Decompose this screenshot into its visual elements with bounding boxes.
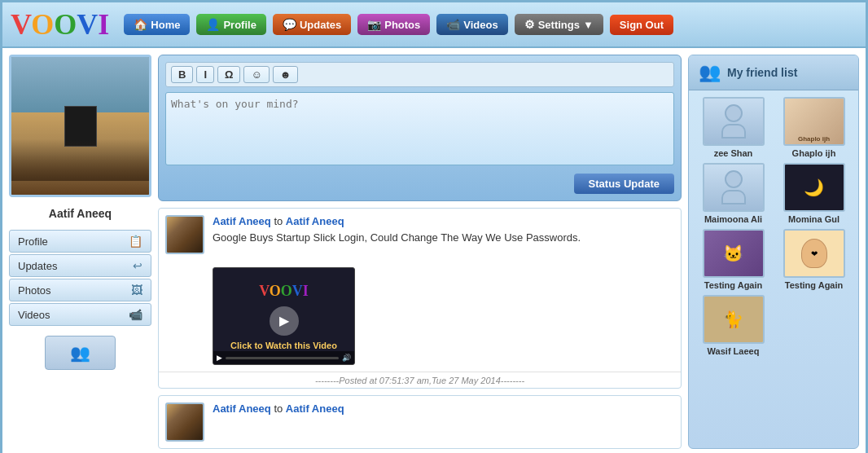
friend-avatar-subah: 🐱	[703, 229, 765, 278]
photos-nav-icon: 📷	[367, 18, 381, 31]
post-author-link[interactable]: Aatif Aneeq	[213, 215, 271, 227]
post-content: Aatif Aneeq to Aatif Aneeq	[213, 402, 674, 418]
videos-sidebar-icon: 📹	[129, 308, 142, 321]
friend-card-momina[interactable]: 🌙 Momina Gul	[776, 163, 852, 224]
nav-signout-label: Sign Out	[620, 19, 664, 31]
post-item: Aatif Aneeq to Aatif Aneeq Google Buys S…	[158, 208, 682, 389]
friend-avatar-ghaplo: Ghaplo ijh	[783, 97, 845, 146]
videos-sidebar-label: Videos	[18, 309, 50, 321]
post-recipient-link[interactable]: Aatif Aneeq	[286, 215, 344, 227]
friends-header: 👥 My friend list	[689, 55, 858, 90]
friend-name-wasif: Wasif Laeeq	[708, 346, 760, 356]
post-content: Aatif Aneeq to Aatif Aneeq Google Buys S…	[213, 215, 674, 245]
nav-updates-label: Updates	[300, 19, 341, 31]
updates-sidebar-icon: ↩	[133, 259, 142, 272]
sidebar-bottom: 👥	[9, 336, 151, 370]
friend-card-wasif[interactable]: 🐈 Wasif Laeeq	[695, 295, 771, 356]
smiley2-button[interactable]: ☻	[273, 66, 299, 83]
nav-home-label: Home	[151, 19, 180, 31]
profile-sidebar-icon: 📋	[129, 235, 142, 248]
video-thumbnail[interactable]: VOOVI ▶ Click to Watch this Video ▶ 🔊	[213, 267, 355, 365]
friends-title: My friend list	[727, 66, 797, 79]
post-timestamp: --------Posted at 07:51:37 am,Tue 27 May…	[159, 372, 681, 389]
updates-nav-icon: 💬	[283, 18, 296, 31]
settings-dropdown-icon: ▼	[583, 19, 594, 31]
profile-sidebar-label: Profile	[18, 235, 48, 248]
nav-videos-button[interactable]: 📹 Videos	[436, 14, 507, 35]
nav-updates-button[interactable]: 💬 Updates	[273, 14, 351, 35]
post-header: Aatif Aneeq to Aatif Aneeq	[159, 396, 681, 448]
photos-sidebar-icon: 🖼	[131, 284, 142, 297]
post-avatar[interactable]	[165, 215, 204, 254]
sidebar-menu: Profile 📋 Updates ↩ Photos 🖼 Videos 📹	[9, 230, 151, 326]
friend-name-zee-shan: zee Shan	[714, 148, 753, 158]
post-to-label: to	[274, 402, 285, 415]
nav-settings-button[interactable]: ⚙ Settings ▼	[515, 14, 603, 35]
home-icon: 🏠	[134, 18, 147, 31]
vc-play-icon[interactable]: ▶	[217, 354, 222, 362]
sidebar-item-updates[interactable]: Updates ↩	[9, 254, 151, 277]
post-to-label: to	[274, 215, 285, 227]
photos-sidebar-label: Photos	[18, 284, 50, 297]
friend-name-momina: Momina Gul	[788, 214, 840, 224]
status-update-button[interactable]: Status Update	[574, 174, 674, 194]
friends-icon: 👥	[699, 62, 721, 83]
friend-avatar-wasif: 🐈	[703, 295, 765, 344]
friend-name-ghaplo: Ghaplo ijh	[792, 148, 836, 158]
friend-card-maimoona[interactable]: Maimoona Ali	[695, 163, 771, 224]
post-item: Aatif Aneeq to Aatif Aneeq	[158, 395, 682, 449]
play-button-icon: ▶	[270, 306, 299, 336]
nav-profile-button[interactable]: 👤 Profile	[196, 14, 265, 35]
friend-card-ghaplo[interactable]: Ghaplo ijh Ghaplo ijh	[776, 97, 852, 158]
friend-avatar-maimoona	[703, 163, 765, 212]
nav-home-button[interactable]: 🏠 Home	[124, 14, 190, 35]
italic-button[interactable]: I	[196, 66, 214, 83]
video-watch-label: Click to Watch this Video	[230, 341, 337, 350]
sidebar: Aatif Aneeq Profile 📋 Updates ↩ Photos 🖼…	[9, 55, 151, 449]
friend-name-subah: Testing Again	[704, 280, 763, 290]
vc-speaker-icon[interactable]: 🔊	[342, 354, 351, 362]
updates-sidebar-label: Updates	[18, 260, 57, 272]
nav-videos-label: Videos	[463, 19, 498, 31]
friends-grid: zee Shan Ghaplo ijh Ghaplo ijh	[689, 90, 858, 363]
settings-nav-icon: ⚙	[524, 18, 535, 31]
post-avatar[interactable]	[165, 402, 204, 442]
status-box: B I Ω ☺ ☻ Status Update	[158, 55, 682, 201]
smiley1-button[interactable]: ☺	[243, 66, 269, 83]
friend-card-zee-shan[interactable]: zee Shan	[695, 97, 771, 158]
nav-settings-label: Settings	[538, 19, 580, 31]
friend-avatar-testing: ❤	[783, 229, 845, 278]
vc-progress-bar[interactable]	[226, 357, 339, 359]
friend-avatar-zee-shan	[703, 97, 765, 146]
username: Aatif Aneeq	[9, 204, 151, 223]
bold-button[interactable]: B	[171, 66, 193, 83]
friends-panel: 👥 My friend list zee Shan	[688, 55, 859, 449]
friend-card-subah[interactable]: 🐱 Testing Again	[695, 229, 771, 290]
profile-picture[interactable]	[9, 55, 151, 197]
video-logo: VOOVI	[259, 283, 309, 300]
friend-name-maimoona: Maimoona Ali	[704, 214, 762, 224]
post-title: Aatif Aneeq to Aatif Aneeq	[213, 402, 674, 415]
nav-signout-button[interactable]: Sign Out	[610, 15, 673, 35]
status-textarea[interactable]	[165, 92, 674, 165]
sidebar-item-videos[interactable]: Videos 📹	[9, 303, 151, 326]
profile-nav-icon: 👤	[206, 18, 220, 31]
videos-nav-icon: 📹	[446, 18, 460, 31]
main-content: Aatif Aneeq Profile 📋 Updates ↩ Photos 🖼…	[2, 48, 866, 453]
friend-card-testing[interactable]: ❤ Testing Again	[776, 229, 852, 290]
post-body: Google Buys Startup Slick Login, Could C…	[213, 231, 674, 245]
editor-toolbar: B I Ω ☺ ☻	[165, 62, 674, 87]
nav-photos-button[interactable]: 📷 Photos	[357, 14, 430, 35]
status-btn-row: Status Update	[165, 174, 674, 194]
logo: VOOVI	[11, 7, 109, 42]
sidebar-item-photos[interactable]: Photos 🖼	[9, 279, 151, 301]
video-controls: ▶ 🔊	[213, 351, 354, 364]
header: VOOVI 🏠 Home 👤 Profile 💬 Updates 📷 Photo…	[2, 2, 866, 48]
sidebar-item-profile[interactable]: Profile 📋	[9, 230, 151, 253]
omega-button[interactable]: Ω	[217, 66, 240, 83]
friends-sidebar-icon[interactable]: 👥	[45, 336, 116, 370]
friend-avatar-momina: 🌙	[783, 163, 845, 212]
post-recipient-link[interactable]: Aatif Aneeq	[286, 402, 344, 415]
friend-name-testing: Testing Again	[785, 280, 844, 290]
post-author-link[interactable]: Aatif Aneeq	[213, 402, 271, 415]
